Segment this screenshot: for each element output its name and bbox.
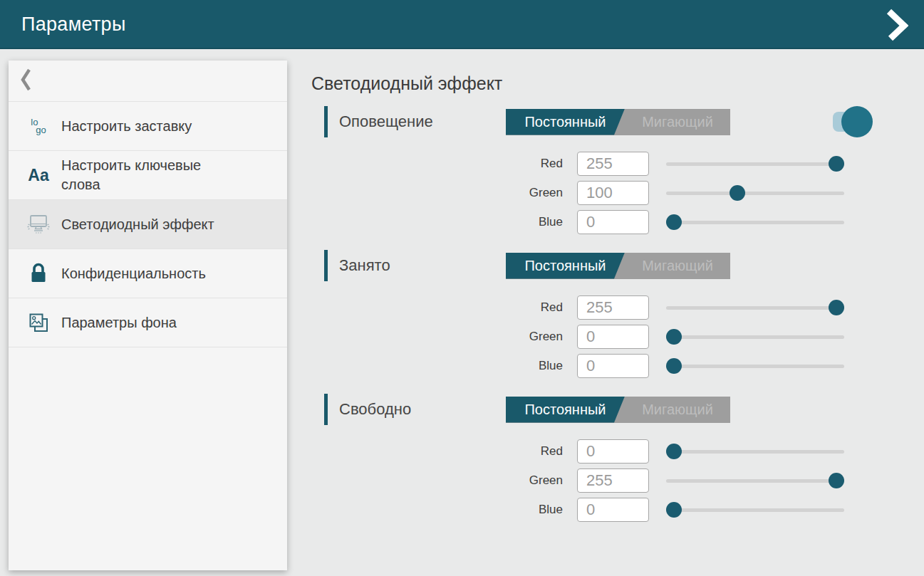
rgb-row-red: Red xyxy=(311,152,924,176)
rgb-row-red: Red xyxy=(311,439,924,464)
accent-bar xyxy=(324,106,328,137)
mode-constant-button[interactable]: Постоянный xyxy=(506,253,625,279)
chevron-left-icon xyxy=(21,68,31,94)
mode-blinking-button[interactable]: Мигающий xyxy=(625,397,730,423)
sidebar-item-label: Настроить ключевые слова xyxy=(61,156,232,194)
rgb-row-red: Red xyxy=(311,295,924,320)
sidebar-item-label: Настроить заставку xyxy=(61,117,192,136)
red-label: Red xyxy=(311,157,577,171)
slider-thumb[interactable] xyxy=(666,214,682,230)
rgb-block-notification: Red Green Blue xyxy=(311,152,924,234)
green-label: Green xyxy=(311,473,577,488)
blue-slider[interactable] xyxy=(666,498,844,522)
green-slider[interactable] xyxy=(666,468,844,493)
rgb-row-blue: Blue xyxy=(311,354,924,378)
logo-icon: lo go xyxy=(26,118,51,134)
sidebar-item-label: Параметры фона xyxy=(61,313,177,332)
section-header-busy: Занято Постоянный Мигающий xyxy=(311,249,924,282)
rgb-row-green: Green xyxy=(311,468,924,493)
green-label: Green xyxy=(311,186,577,200)
rgb-block-busy: Red Green Blue xyxy=(311,295,924,378)
slider-track xyxy=(666,365,844,368)
rgb-block-free: Red Green Blue xyxy=(311,439,924,522)
mode-segmented-control: Постоянный Мигающий xyxy=(506,253,730,279)
monitor-icon xyxy=(26,214,51,234)
sidebar-item-privacy[interactable]: Конфиденциальность xyxy=(9,249,287,298)
slider-track xyxy=(666,192,844,195)
red-input[interactable] xyxy=(577,439,649,464)
red-input[interactable] xyxy=(577,152,649,176)
section-title: Оповещение xyxy=(339,112,506,131)
notification-toggle[interactable] xyxy=(833,106,873,137)
images-icon xyxy=(26,312,51,334)
blue-slider[interactable] xyxy=(666,210,844,234)
sidebar-back-button[interactable] xyxy=(9,61,287,102)
rgb-row-green: Green xyxy=(311,325,924,349)
sidebar-item-background[interactable]: Параметры фона xyxy=(9,298,287,347)
aa-text-icon: Aa xyxy=(26,166,51,185)
slider-track xyxy=(666,306,844,310)
slider-thumb[interactable] xyxy=(829,300,844,315)
red-input[interactable] xyxy=(577,295,649,320)
app-title: Параметры xyxy=(21,14,126,36)
blue-input[interactable] xyxy=(577,354,649,378)
blue-label: Blue xyxy=(311,503,577,517)
slider-track xyxy=(666,162,844,166)
rgb-row-green: Green xyxy=(311,181,924,205)
slider-thumb[interactable] xyxy=(666,329,682,345)
mode-constant-button[interactable]: Постоянный xyxy=(506,109,625,135)
red-label: Red xyxy=(311,444,577,459)
section-title: Занято xyxy=(339,256,506,275)
sidebar-item-led-effect[interactable]: Светодиодный эффект xyxy=(9,200,287,249)
slider-track xyxy=(666,221,844,224)
blue-input[interactable] xyxy=(577,498,649,522)
slider-thumb[interactable] xyxy=(730,185,745,201)
blue-input[interactable] xyxy=(577,210,649,234)
toggle-knob xyxy=(841,106,873,137)
led-effect-panel: Светодиодный эффект Оповещение Постоянны… xyxy=(311,49,924,527)
slider-thumb[interactable] xyxy=(666,502,682,518)
chevron-right-icon[interactable] xyxy=(884,7,910,43)
section-title: Свободно xyxy=(339,400,506,419)
slider-track xyxy=(666,450,844,454)
red-slider[interactable] xyxy=(666,295,844,320)
slider-thumb[interactable] xyxy=(666,358,682,374)
rgb-row-blue: Blue xyxy=(311,498,924,522)
slider-thumb[interactable] xyxy=(829,473,844,488)
slider-track xyxy=(666,335,844,339)
mode-blinking-button[interactable]: Мигающий xyxy=(625,253,730,279)
mode-segmented-control: Постоянный Мигающий xyxy=(506,109,730,135)
green-input[interactable] xyxy=(577,468,649,493)
green-label: Green xyxy=(311,330,577,344)
blue-label: Blue xyxy=(311,359,577,373)
green-input[interactable] xyxy=(577,181,649,205)
sidebar-item-screensaver[interactable]: lo go Настроить заставку xyxy=(9,102,287,151)
red-label: Red xyxy=(311,300,577,315)
sidebar-item-keywords[interactable]: Aa Настроить ключевые слова xyxy=(9,151,287,200)
green-slider[interactable] xyxy=(666,181,844,205)
blue-label: Blue xyxy=(311,215,577,229)
section-header-free: Свободно Постоянный Мигающий xyxy=(311,393,924,426)
green-input[interactable] xyxy=(577,325,649,349)
settings-sidebar: lo go Настроить заставку Aa Настроить кл… xyxy=(9,61,287,570)
slider-track xyxy=(666,508,844,512)
sidebar-item-label: Конфиденциальность xyxy=(61,264,206,283)
blue-slider[interactable] xyxy=(666,354,844,378)
section-header-notification: Оповещение Постоянный Мигающий xyxy=(311,105,924,138)
sidebar-item-label: Светодиодный эффект xyxy=(61,215,214,234)
page-title: Светодиодный эффект xyxy=(311,73,924,94)
red-slider[interactable] xyxy=(666,439,844,464)
slider-track xyxy=(666,479,844,483)
lock-icon xyxy=(26,262,51,285)
accent-bar xyxy=(324,250,328,281)
green-slider[interactable] xyxy=(666,325,844,349)
mode-segmented-control: Постоянный Мигающий xyxy=(506,397,730,423)
mode-blinking-button[interactable]: Мигающий xyxy=(625,109,730,135)
red-slider[interactable] xyxy=(666,152,844,176)
top-app-bar: Параметры xyxy=(0,0,924,49)
accent-bar xyxy=(324,394,328,425)
rgb-row-blue: Blue xyxy=(311,210,924,234)
slider-thumb[interactable] xyxy=(666,444,682,459)
slider-thumb[interactable] xyxy=(829,156,844,172)
mode-constant-button[interactable]: Постоянный xyxy=(506,397,625,423)
